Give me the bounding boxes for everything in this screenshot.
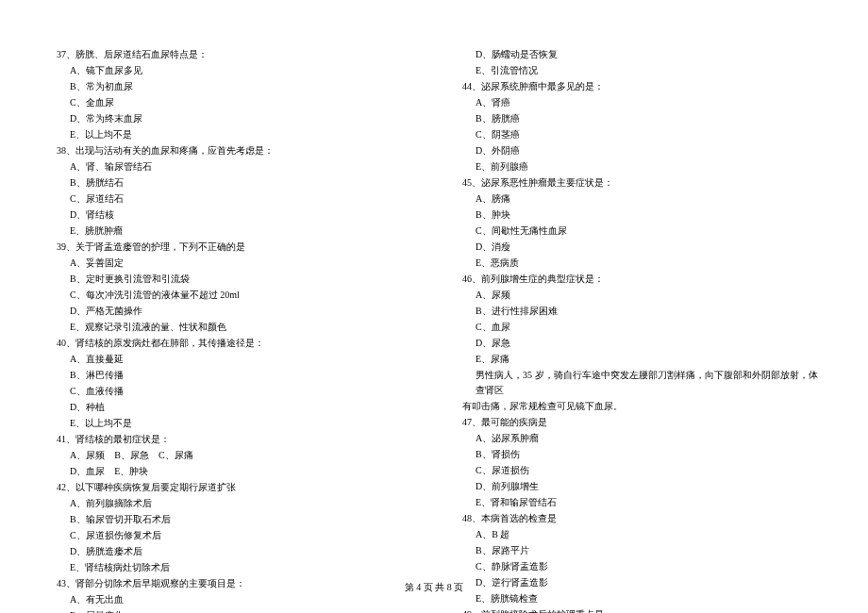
q44-opt-a: A、肾癌 <box>462 95 821 110</box>
q38-opt-c: C、尿道结石 <box>57 191 415 207</box>
q38-opt-d: D、肾结核 <box>57 207 415 223</box>
q48-title: 48、本病首选的检查是 <box>462 511 821 526</box>
q43-opt-d: D、肠蠕动是否恢复 <box>462 47 821 62</box>
q38-opt-e: E、膀胱肿瘤 <box>57 224 415 239</box>
q38-opt-b: B、膀胱结石 <box>57 175 415 191</box>
q46-title: 46、前列腺增生症的典型症状是： <box>462 272 821 287</box>
q48-opt-b: B、尿路平片 <box>462 543 821 558</box>
q41-opt-d: D、血尿 E、肿块 <box>57 464 415 479</box>
q48-opt-c: C、静脉肾盂造影 <box>462 559 821 574</box>
q44-opt-b: B、膀胱癌 <box>462 111 821 126</box>
q47-opt-a: A、泌尿系肿瘤 <box>462 431 821 446</box>
case-intro-2: 有叩击痛，尿常规检查可见镜下血尿。 <box>462 399 821 414</box>
case-intro-1: 男性病人，35 岁，骑自行车途中突发左腰部刀割样痛，向下腹部和外阴部放射，体查肾… <box>462 368 821 398</box>
page-content: 37、膀胱、后尿道结石血尿特点是： A、镜下血尿多见 B、常为初血尿 C、全血尿… <box>0 0 868 566</box>
q46-opt-d: D、尿急 <box>462 336 821 351</box>
q42-title: 42、以下哪种疾病恢复后要定期行尿道扩张 <box>57 480 415 495</box>
q39-title: 39、关于肾盂造瘘管的护理，下列不正确的是 <box>57 240 415 255</box>
q44-opt-d: D、外阴癌 <box>462 143 821 158</box>
q46-opt-c: C、血尿 <box>462 320 821 335</box>
q46-opt-a: A、尿频 <box>462 288 821 303</box>
q45-opt-d: D、消瘦 <box>462 240 821 255</box>
q47-opt-b: B、肾损伤 <box>462 447 821 462</box>
q40-opt-c: C、血液传播 <box>57 384 415 399</box>
q40-opt-a: A、直接蔓延 <box>57 352 415 367</box>
q39-opt-e: E、观察记录引流液的量、性状和颜色 <box>57 320 415 335</box>
q47-opt-d: D、前列腺增生 <box>462 479 821 494</box>
q46-opt-e: E、尿痛 <box>462 352 821 367</box>
q42-opt-a: A、前列腺摘除术后 <box>57 496 415 511</box>
q40-opt-e: E、以上均不是 <box>57 416 415 431</box>
q47-title: 47、最可能的疾病是 <box>462 415 821 430</box>
q40-opt-d: D、种植 <box>57 400 415 415</box>
q47-opt-e: E、肾和输尿管结石 <box>462 495 821 510</box>
q45-opt-b: B、肿块 <box>462 207 821 223</box>
right-column: D、肠蠕动是否恢复 E、引流管情况 44、泌尿系统肿瘤中最多见的是： A、肾癌 … <box>434 47 840 538</box>
q37-opt-e: E、以上均不是 <box>57 127 415 142</box>
q44-opt-e: E、前列腺癌 <box>462 159 821 174</box>
q45-opt-c: C、间歇性无痛性血尿 <box>462 224 821 239</box>
page-footer: 第 4 页 共 8 页 <box>0 581 868 594</box>
q45-title: 45、泌尿系恶性肿瘤最主要症状是： <box>462 175 821 191</box>
q40-title: 40、肾结核的原发病灶都在肺部，其传播途径是： <box>57 336 415 351</box>
q38-title: 38、出现与活动有关的血尿和疼痛，应首先考虑是： <box>57 143 415 158</box>
q37-opt-c: C、全血尿 <box>57 95 415 110</box>
q49-title: 49、前列腺摘除术后的护理重点是： <box>462 607 821 613</box>
q48-opt-a: A、B 超 <box>462 527 821 542</box>
q42-opt-c: C、尿道损伤修复术后 <box>57 528 415 543</box>
q39-opt-a: A、妥善固定 <box>57 256 415 271</box>
q41-title: 41、肾结核的最初症状是： <box>57 432 415 447</box>
q45-opt-a: A、膀痛 <box>462 191 821 207</box>
left-column: 37、膀胱、后尿道结石血尿特点是： A、镜下血尿多见 B、常为初血尿 C、全血尿… <box>57 47 434 538</box>
q43-opt-b: B、尿量变化 <box>57 608 415 613</box>
q37-title: 37、膀胱、后尿道结石血尿特点是： <box>57 47 415 62</box>
q47-opt-c: C、尿道损伤 <box>462 463 821 478</box>
q41-opt-a: A、尿频 B、尿急 C、尿痛 <box>57 448 415 463</box>
q45-opt-e: E、恶病质 <box>462 256 821 271</box>
q43-opt-a: A、有无出血 <box>57 592 415 607</box>
q42-opt-b: B、输尿管切开取石术后 <box>57 512 415 527</box>
q46-opt-b: B、进行性排尿困难 <box>462 304 821 319</box>
q40-opt-b: B、淋巴传播 <box>57 368 415 383</box>
q44-title: 44、泌尿系统肿瘤中最多见的是： <box>462 79 821 94</box>
q37-opt-a: A、镜下血尿多见 <box>57 63 415 78</box>
q42-opt-d: D、膀胱造瘘术后 <box>57 544 415 559</box>
q38-opt-a: A、肾、输尿管结石 <box>57 159 415 174</box>
q39-opt-d: D、严格无菌操作 <box>57 304 415 319</box>
q37-opt-b: B、常为初血尿 <box>57 79 415 94</box>
q39-opt-b: B、定时更换引流管和引流袋 <box>57 272 415 287</box>
q42-opt-e: E、肾结核病灶切除术后 <box>57 560 415 575</box>
q39-opt-c: C、每次冲洗引流管的液体量不超过 20ml <box>57 288 415 303</box>
q37-opt-d: D、常为终末血尿 <box>57 111 415 126</box>
q44-opt-c: C、阴茎癌 <box>462 127 821 142</box>
q43-opt-e: E、引流管情况 <box>462 63 821 78</box>
